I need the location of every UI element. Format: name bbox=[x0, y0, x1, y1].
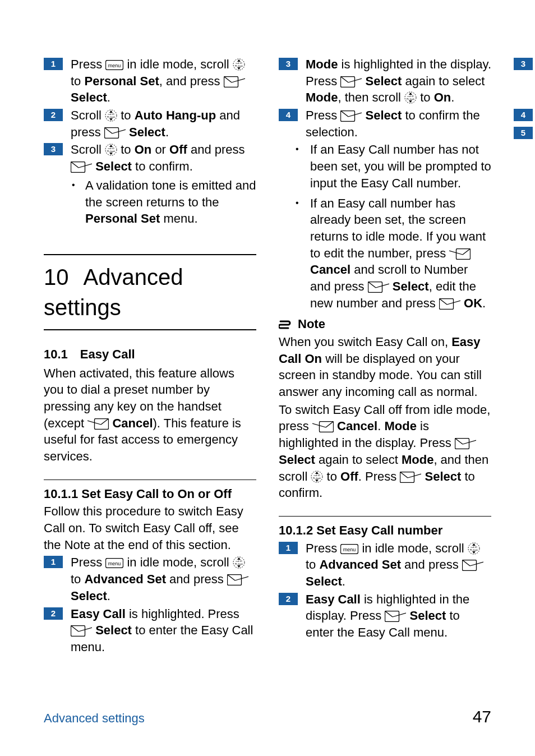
bullet-item: • If an Easy call number has already bee… bbox=[279, 195, 491, 312]
step-text: Scroll to On or Off and press Select to … bbox=[71, 141, 256, 174]
step-item: 1 Press in idle mode, scroll to Advanced… bbox=[279, 540, 491, 590]
softkey-left-icon bbox=[340, 110, 362, 122]
page-footer: Advanced settings 47 bbox=[44, 706, 491, 729]
step-item: 3 Mode is highlighted in the display. Sc… bbox=[514, 56, 535, 106]
divider bbox=[44, 254, 256, 255]
softkey-left-icon bbox=[455, 438, 476, 449]
softkey-left-icon bbox=[71, 625, 92, 637]
section-heading: 10.1Easy Call bbox=[44, 346, 256, 363]
step-item: 4 Press Select to confirm the selection. bbox=[279, 107, 491, 140]
step-number-badge: 1 bbox=[44, 556, 63, 568]
softkey-left-icon bbox=[227, 574, 248, 586]
note-icon bbox=[279, 318, 291, 330]
step-item: 2 Easy Call is highlighted in the displa… bbox=[279, 591, 491, 641]
softkey-left-icon bbox=[71, 162, 92, 173]
step-number-badge: 1 bbox=[44, 58, 63, 70]
menu-key-icon bbox=[105, 558, 123, 568]
step-number-badge: 4 bbox=[514, 109, 533, 121]
step-text: Easy Call is highlighted. Press Select t… bbox=[71, 606, 256, 656]
step-number-badge: 3 bbox=[279, 58, 298, 70]
step-number-badge: 3 bbox=[44, 143, 63, 155]
scroll-icon bbox=[311, 471, 323, 483]
scroll-icon bbox=[105, 109, 117, 122]
softkey-left-icon bbox=[400, 472, 421, 483]
scroll-icon bbox=[404, 91, 417, 104]
bullet-text: A validation tone is emitted and the scr… bbox=[85, 177, 256, 227]
bullet-text: If an Easy call number has already been … bbox=[310, 195, 491, 312]
divider bbox=[44, 329, 256, 330]
divider bbox=[279, 516, 491, 517]
bullet-dot-icon: • bbox=[296, 141, 303, 157]
softkey-left-icon bbox=[439, 298, 460, 310]
step-number-badge: 1 bbox=[279, 542, 298, 554]
softkey-left-icon bbox=[462, 560, 483, 571]
step-text: Easy Call is highlighted in the display.… bbox=[306, 591, 491, 641]
bullet-dot-icon: • bbox=[72, 177, 80, 193]
softkey-right-icon bbox=[87, 418, 109, 430]
step-item: 3 Mode is highlighted in the display. Pr… bbox=[279, 56, 491, 106]
step-number-badge: 5 bbox=[514, 127, 533, 139]
divider bbox=[44, 480, 256, 480]
step-text: Mode is highlighted in the display. Pres… bbox=[306, 56, 491, 106]
paragraph: Follow this procedure to switch Easy Cal… bbox=[44, 503, 256, 553]
step-text: Scroll to Auto Hang-up and press Select. bbox=[71, 107, 256, 140]
step-text: Press in idle mode, scroll to Advanced S… bbox=[71, 554, 256, 604]
bullet-text: If an Easy Call number has not been set,… bbox=[310, 141, 491, 191]
step-item: 2 Easy Call is highlighted. Press Select… bbox=[44, 606, 256, 656]
scroll-icon bbox=[105, 144, 117, 156]
bullet-item: • If an Easy Call number has not been se… bbox=[279, 141, 491, 191]
step-item: 5 Press OK to confirm. bbox=[514, 125, 535, 142]
step-text: Press in idle mode, scroll to Advanced S… bbox=[306, 540, 491, 590]
subsection-heading: 10.1.2 Set Easy Call number bbox=[279, 522, 491, 539]
step-item: 1 Press in idle mode, scroll to Advanced… bbox=[44, 554, 256, 604]
softkey-left-icon bbox=[104, 127, 126, 139]
paragraph: To switch Easy Call off from idle mode, … bbox=[279, 402, 491, 501]
menu-key-icon bbox=[340, 544, 358, 554]
paragraph: When activated, this feature allows you … bbox=[44, 365, 256, 465]
softkey-left-icon bbox=[385, 611, 406, 622]
step-item: 4 Input the Easy Call number. bbox=[514, 107, 535, 124]
bullet-item: • A validation tone is emitted and the s… bbox=[529, 144, 535, 193]
menu-key-icon bbox=[105, 60, 123, 70]
step-item: 3 Scroll to On or Off and press Select t… bbox=[44, 141, 256, 174]
footer-section-title: Advanced settings bbox=[44, 710, 145, 727]
note-heading: Note bbox=[279, 316, 491, 333]
bullet-item: • A validation tone is emitted and the s… bbox=[59, 177, 256, 227]
softkey-left-icon bbox=[340, 76, 362, 87]
paragraph: When you switch Easy Call on, Easy Call … bbox=[279, 334, 491, 400]
scroll-icon bbox=[233, 556, 245, 569]
step-number-badge: 2 bbox=[44, 607, 63, 620]
step-number-badge: 2 bbox=[44, 109, 63, 121]
chapter-heading: 10Advanced settings bbox=[44, 262, 256, 322]
step-text: Press in idle mode, scroll to Personal S… bbox=[71, 56, 256, 106]
chapter-number: 10 bbox=[44, 262, 69, 292]
step-number-badge: 2 bbox=[279, 593, 298, 605]
softkey-left-icon bbox=[224, 76, 245, 87]
step-text: Press Select to confirm the selection. bbox=[306, 107, 491, 140]
step-item: 2 Scroll to Auto Hang-up and press Selec… bbox=[44, 107, 256, 140]
step-number-badge: 4 bbox=[279, 109, 298, 121]
step-number-badge: 3 bbox=[514, 58, 533, 70]
page-number: 47 bbox=[473, 706, 491, 729]
subsection-heading: 10.1.1 Set Easy Call to On or Off bbox=[44, 486, 256, 503]
scroll-icon bbox=[233, 58, 245, 71]
softkey-left-icon bbox=[368, 282, 389, 293]
bullet-dot-icon: • bbox=[296, 195, 303, 211]
scroll-icon bbox=[468, 542, 480, 555]
step-item: 1 Press in idle mode, scroll to Personal… bbox=[44, 56, 256, 106]
softkey-right-icon bbox=[449, 248, 471, 260]
softkey-right-icon bbox=[312, 421, 334, 432]
